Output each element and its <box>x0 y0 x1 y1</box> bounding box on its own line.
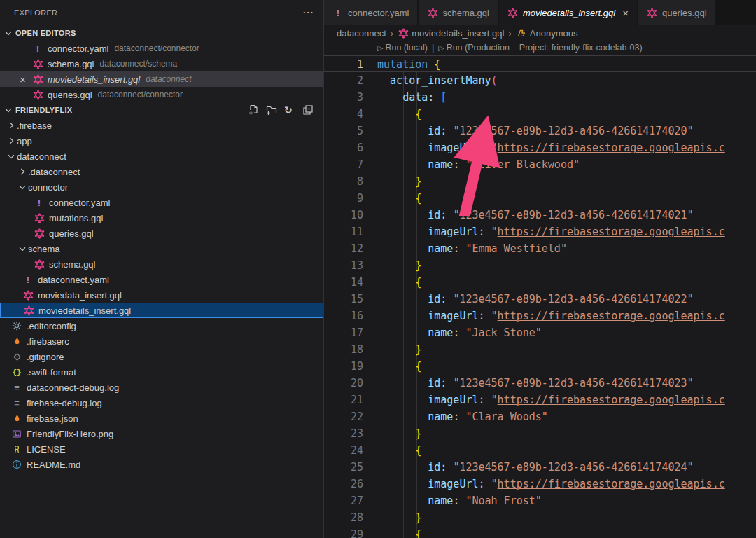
line-text: { <box>363 358 421 375</box>
workspace-header[interactable]: FRIENDLYFLIX ↻ <box>0 102 323 118</box>
breadcrumb-item[interactable]: Anonymous <box>516 27 578 39</box>
line-text: data: [ <box>363 89 447 106</box>
tree-item[interactable]: schema <box>0 241 323 256</box>
refresh-icon[interactable]: ↻ <box>284 104 295 116</box>
gql-icon <box>34 228 45 239</box>
code-token: } <box>415 343 421 356</box>
tree-item[interactable]: {}.swift-format <box>0 364 323 380</box>
open-editor-detail: dataconnect/schema <box>99 59 177 69</box>
new-folder-icon[interactable] <box>266 104 277 116</box>
code-token <box>377 511 415 524</box>
tree-item-label: schema.gql <box>49 259 95 270</box>
code-token: imageUrl <box>428 310 478 322</box>
tab-connector.yaml[interactable]: !connector.yaml <box>324 0 419 25</box>
breadcrumb-item[interactable]: moviedetails_insert.gql <box>398 27 504 39</box>
open-editor-label: schema.gql <box>48 59 94 69</box>
code-link[interactable]: https://firebasestorage.googleapis.c <box>498 226 725 238</box>
tree-item[interactable]: moviedetails_insert.gql <box>0 303 323 318</box>
code-link[interactable]: https://firebasestorage.googleapis.c <box>498 394 725 406</box>
line-text: id: "123e4567-e89b-12d3-a456-42661417402… <box>363 291 694 308</box>
tree-item[interactable]: queries.gql <box>0 226 323 241</box>
tree-item[interactable]: mutations.gql <box>0 210 323 226</box>
tree-item-label: firebase.json <box>27 413 78 424</box>
open-editor-item[interactable]: ×moviedetails_insert.gqldataconnect <box>0 71 323 87</box>
line-number: 23 <box>324 425 363 442</box>
tree-item[interactable]: .dataconnect <box>0 164 323 179</box>
chevron-right-icon <box>6 135 17 146</box>
tree-item-label: .firebaserc <box>27 336 69 347</box>
tree-item[interactable]: README.md <box>0 457 323 472</box>
tab-label: schema.gql <box>442 8 489 18</box>
open-editor-item[interactable]: queries.gqldataconnect/connector <box>0 87 323 102</box>
code-token: } <box>415 175 421 188</box>
code-link[interactable]: https://firebasestorage.googleapis.c <box>498 310 725 322</box>
open-editors-list: !connector.yamldataconnect/connectorsche… <box>0 41 323 102</box>
tree-item[interactable]: LICENSE <box>0 441 323 457</box>
tree-item[interactable]: .gitignore <box>0 349 323 364</box>
line-text: } <box>363 257 421 274</box>
tree-item-label: README.md <box>27 460 80 470</box>
codelens-action[interactable]: ▷Run (Production – Project: friendly-fli… <box>438 43 642 53</box>
tree-item[interactable]: .editorconfig <box>0 318 323 333</box>
open-editor-item[interactable]: schema.gqldataconnect/schema <box>0 56 323 71</box>
more-actions-icon[interactable]: ⋯ <box>302 9 314 16</box>
code-line-19: 19 { <box>324 358 756 375</box>
tree-item[interactable]: ≡firebase-debug.log <box>0 395 323 411</box>
codelens-action[interactable]: ▷Run (local) <box>377 43 428 53</box>
code-link[interactable]: https://firebasestorage.googleapis.c <box>498 478 725 490</box>
line-text: imageUrl: "https://firebasestorage.googl… <box>363 476 725 492</box>
code-editor[interactable]: ▷Run (local)|▷Run (Production – Project:… <box>324 41 756 538</box>
tree-item[interactable]: firebase.json <box>0 411 323 426</box>
gql-icon <box>22 289 34 301</box>
code-token <box>377 192 415 205</box>
tree-item-label: moviedetails_insert.gql <box>38 305 131 316</box>
tree-item[interactable]: dataconnect <box>0 149 323 164</box>
code-token: " <box>491 142 498 154</box>
tab-moviedetails_insert.gql[interactable]: moviedetails_insert.gql× <box>499 0 638 25</box>
open-editor-item[interactable]: !connector.yamldataconnect/connector <box>0 41 323 56</box>
braces-icon: {} <box>11 366 22 378</box>
code-token: : <box>440 293 453 305</box>
code-line-6: 6 imageUrl: "https://firebasestorage.goo… <box>324 139 756 156</box>
tree-item[interactable]: .firebaserc <box>0 333 323 349</box>
tree-item[interactable]: schema.gql <box>0 256 323 272</box>
tree-item-label: firebase-debug.log <box>27 398 102 408</box>
code-token: "123e4567-e89b-12d3-a456-426614174020" <box>453 125 693 137</box>
close-icon[interactable]: × <box>20 74 32 85</box>
info-icon <box>11 459 22 470</box>
close-icon[interactable]: × <box>622 7 629 19</box>
code-lines: 1mutation {2 actor_insertMany(3 data: [4… <box>324 55 756 538</box>
code-link[interactable]: https://firebasestorage.googleapis.c <box>498 142 725 154</box>
flame-icon <box>11 336 22 347</box>
tree-item[interactable]: .firebase <box>0 118 323 133</box>
code-token <box>377 293 428 305</box>
tree-item[interactable]: moviedata_insert.gql <box>0 287 323 303</box>
collapse-all-icon[interactable] <box>302 104 314 116</box>
line-number: 25 <box>324 459 363 476</box>
line-text: id: "123e4567-e89b-12d3-a456-42661417402… <box>363 459 694 476</box>
open-editor-detail: dataconnect <box>146 74 191 84</box>
code-token: : <box>453 158 465 171</box>
code-line-7: 7 name: "Oliver Blackwood" <box>324 156 756 173</box>
line-text: name: "Oliver Blackwood" <box>363 156 580 173</box>
open-editors-header[interactable]: OPEN EDITORS <box>0 25 323 41</box>
new-file-icon[interactable] <box>248 104 259 116</box>
line-number: 26 <box>324 476 363 492</box>
gql-icon <box>507 7 519 18</box>
tree-item[interactable]: !connector.yaml <box>0 195 323 210</box>
tree-item[interactable]: !dataconnect.yaml <box>0 272 323 287</box>
code-token: { <box>415 444 421 457</box>
codelens-separator: | <box>432 43 434 53</box>
tree-item[interactable]: FriendlyFlix-Hero.png <box>0 426 323 441</box>
tab-schema.gql[interactable]: schema.gql <box>419 0 498 25</box>
code-line-24: 24 { <box>324 442 756 459</box>
code-token: name <box>428 411 453 423</box>
tab-queries.gql[interactable]: queries.gql <box>638 0 717 25</box>
breadcrumb-item[interactable]: dataconnect <box>337 28 386 39</box>
code-line-25: 25 id: "123e4567-e89b-12d3-a456-42661417… <box>324 459 756 476</box>
code-line-14: 14 { <box>324 274 756 291</box>
tree-item[interactable]: connector <box>0 179 323 195</box>
tree-item[interactable]: app <box>0 133 323 149</box>
tree-item[interactable]: ≡dataconnect-debug.log <box>0 380 323 395</box>
code-token: id <box>428 125 440 137</box>
